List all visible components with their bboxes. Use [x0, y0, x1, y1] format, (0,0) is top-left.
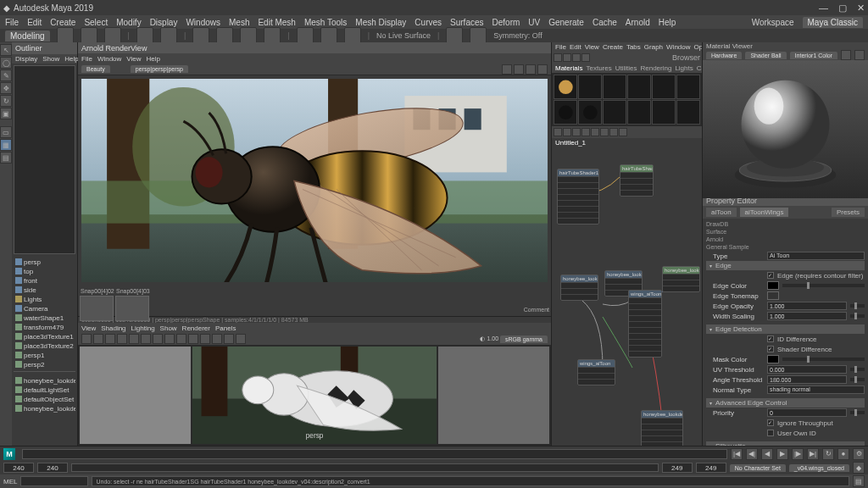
- timeline-track[interactable]: [22, 449, 727, 459]
- outliner-item[interactable]: honeybee_lookdev_v04s: [14, 376, 75, 385]
- rv-aov-select[interactable]: Beauty: [81, 65, 110, 73]
- menu-edit[interactable]: Edit: [27, 18, 42, 27]
- vp-lights-icon[interactable]: [200, 334, 210, 344]
- mv-renderer[interactable]: Hardware: [706, 52, 742, 59]
- hs-rearrange-icon[interactable]: [591, 128, 599, 136]
- shader-node[interactable]: honeybee_lookdev_...: [560, 274, 598, 301]
- material-swatch[interactable]: [578, 100, 602, 125]
- pe-ignore-check[interactable]: [767, 419, 774, 426]
- menuset-select[interactable]: Modeling: [5, 30, 50, 42]
- pe-priority[interactable]: [767, 408, 847, 417]
- vp-grid-icon[interactable]: [117, 334, 127, 344]
- vp-menu-shading[interactable]: Shading: [101, 324, 125, 332]
- outliner-item[interactable]: defaultLightSet: [14, 385, 75, 395]
- hs-tab-lights[interactable]: Lights: [675, 64, 693, 72]
- step-back-button[interactable]: ◀|: [746, 448, 758, 460]
- pe-id-check[interactable]: [767, 336, 774, 342]
- select-tool[interactable]: ↖: [0, 44, 12, 56]
- rotate-tool[interactable]: ↻: [0, 95, 12, 107]
- hs-tab-materials[interactable]: Materials: [555, 64, 582, 72]
- menu-generate[interactable]: Generate: [548, 18, 584, 27]
- material-preview[interactable]: [703, 60, 868, 198]
- hs-menu-graph[interactable]: Graph: [644, 43, 663, 51]
- rv-menu-view[interactable]: View: [126, 55, 141, 63]
- snapshot-thumb[interactable]: Snap00[4]03: [115, 296, 149, 321]
- pe-section-edge[interactable]: Edge: [706, 261, 865, 270]
- pe-uv[interactable]: [767, 365, 847, 374]
- pe-slider[interactable]: [850, 314, 865, 318]
- menu-windows[interactable]: Windows: [186, 18, 220, 27]
- mv-geom[interactable]: Shader Ball: [745, 52, 786, 59]
- outliner-item[interactable]: top: [14, 267, 75, 276]
- script-editor-icon[interactable]: ▤: [853, 475, 865, 487]
- hs-tab-rendering[interactable]: Rendering: [640, 64, 671, 72]
- pe-ramp[interactable]: [767, 291, 779, 300]
- workspace-select[interactable]: Maya Classic: [803, 17, 863, 28]
- menu-file[interactable]: File: [5, 18, 19, 27]
- material-swatch[interactable]: [627, 100, 651, 125]
- play-fwd-button[interactable]: ▶: [776, 448, 788, 460]
- pe-mask-color[interactable]: [767, 355, 779, 363]
- material-swatch[interactable]: [676, 100, 700, 125]
- ipr-icon[interactable]: [470, 27, 487, 44]
- vp-select-cam-icon[interactable]: [81, 334, 92, 344]
- pe-slider[interactable]: [850, 378, 865, 381]
- pe-angle[interactable]: [767, 375, 847, 384]
- shader-node[interactable]: honeybee_lookdev_v04: [662, 266, 700, 292]
- maximize-button[interactable]: ▢: [838, 3, 847, 14]
- viewport-top[interactable]: [80, 347, 191, 444]
- close-button[interactable]: ✕: [857, 3, 865, 14]
- new-scene-icon[interactable]: [57, 27, 74, 44]
- vp-image-plane-icon[interactable]: [105, 334, 115, 344]
- pe-shader-check[interactable]: [767, 346, 774, 352]
- outliner-item[interactable]: honeybee_lookdev_v04s: [14, 404, 75, 413]
- rv-menu-help[interactable]: Help: [147, 55, 160, 63]
- vp-film-gate-icon[interactable]: [129, 334, 139, 344]
- mv-pause-icon[interactable]: [841, 50, 851, 60]
- range-end[interactable]: [696, 463, 726, 473]
- outliner-item[interactable]: persp2: [14, 360, 75, 369]
- hs-tab-utilities[interactable]: Utilities: [615, 64, 637, 72]
- pe-own-check[interactable]: [767, 430, 774, 436]
- sel-face-icon[interactable]: [240, 27, 257, 44]
- range-start[interactable]: [3, 463, 34, 473]
- pe-type-field[interactable]: Ai Toon: [767, 252, 865, 260]
- vp-res-gate-icon[interactable]: [141, 334, 151, 344]
- rv-menu-window[interactable]: Window: [97, 55, 121, 63]
- material-swatch[interactable]: [578, 75, 602, 99]
- render-viewport[interactable]: [81, 79, 548, 282]
- outliner-item[interactable]: place3dTexture2: [14, 341, 75, 351]
- shader-node[interactable]: wings_aiToon: [577, 359, 615, 385]
- vp-isolate-icon[interactable]: [224, 334, 234, 344]
- pe-opacity[interactable]: [767, 302, 847, 310]
- menu-curves[interactable]: Curves: [415, 18, 442, 27]
- vp-menu-panels[interactable]: Panels: [215, 324, 236, 332]
- material-swatch[interactable]: [603, 100, 626, 125]
- vp-shaded-icon[interactable]: [176, 334, 186, 344]
- lasso-tool[interactable]: ◯: [0, 57, 12, 69]
- hs-hide-icon[interactable]: [581, 53, 590, 62]
- menu-help[interactable]: Help: [659, 18, 676, 27]
- hs-show-icon[interactable]: [572, 53, 581, 62]
- minimize-button[interactable]: —: [819, 3, 828, 14]
- hs-bin-icon[interactable]: [563, 53, 571, 62]
- step-fwd-button[interactable]: |▶: [792, 448, 804, 460]
- shader-node[interactable]: wings_aiToon: [628, 290, 662, 358]
- menu-editmesh[interactable]: Edit Mesh: [258, 18, 295, 27]
- outliner-item[interactable]: transform479: [14, 323, 75, 332]
- sel-vtx-icon[interactable]: [192, 27, 209, 44]
- pe-tab[interactable]: aiToonWings: [740, 208, 789, 217]
- outliner-item[interactable]: place3dTexture1: [14, 332, 75, 341]
- sel-obj-icon[interactable]: [264, 27, 281, 44]
- outliner-item[interactable]: waterShape1: [14, 313, 75, 323]
- menu-select[interactable]: Select: [84, 18, 108, 27]
- hs-menu-window[interactable]: Window: [666, 43, 690, 51]
- pe-width[interactable]: [767, 312, 847, 320]
- play-end-button[interactable]: ▶|: [807, 448, 819, 460]
- vp-menu-view[interactable]: View: [81, 324, 96, 332]
- play-back-button[interactable]: ◀: [761, 448, 773, 460]
- hs-tab-textures[interactable]: Textures: [586, 64, 611, 72]
- menu-uv[interactable]: UV: [528, 18, 540, 27]
- material-swatch[interactable]: [554, 75, 577, 99]
- material-swatch[interactable]: [627, 75, 651, 99]
